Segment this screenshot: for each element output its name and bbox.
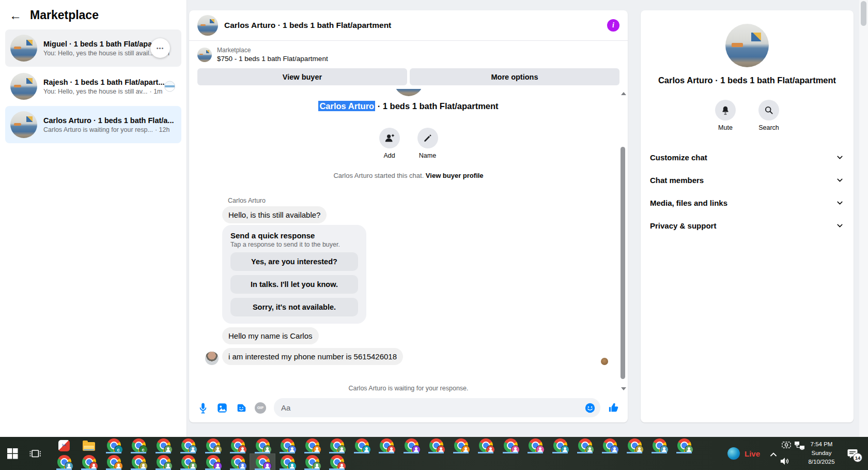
chrome-taskbar-item[interactable] (151, 437, 176, 453)
clock-date: 8/10/2025 (802, 458, 841, 466)
conversation-title: Carlos Arturo · 1 beds 1 bath Flat/a... (43, 116, 176, 125)
chrome-taskbar-item[interactable] (200, 454, 225, 470)
chrome-taskbar-item[interactable] (672, 437, 696, 453)
live-tray-item[interactable]: Live (727, 437, 760, 470)
chrome-taskbar-item[interactable]: c (126, 437, 151, 453)
view-buyer-profile-link[interactable]: View buyer profile (426, 172, 484, 179)
read-receipt-avatar (164, 81, 175, 92)
quick-response-option[interactable]: In talks. I'll let you know. (230, 275, 358, 294)
chrome-taskbar-item[interactable] (622, 437, 647, 453)
quick-response-option[interactable]: Yes, are you interested? (230, 252, 358, 271)
chrome-taskbar-item[interactable] (250, 454, 275, 470)
message-input[interactable] (274, 398, 600, 417)
clock-tray-item[interactable]: 7:54 PM Sunday 8/10/2025 (802, 440, 841, 466)
emoji-icon[interactable] (584, 402, 596, 414)
attach-image-icon[interactable] (216, 402, 228, 414)
add-contact-button[interactable]: Add (379, 128, 400, 159)
details-section-row[interactable]: Customize chat (641, 146, 854, 169)
gif-icon[interactable]: GIF (255, 402, 266, 414)
chrome-taskbar-item[interactable] (225, 454, 250, 470)
chrome-icon (479, 438, 493, 452)
chrome-profile-badge (288, 462, 297, 470)
conversations-sidebar: ← Marketplace Miguel · 1 beds 1 bath Fla… (0, 0, 187, 437)
chrome-taskbar-item[interactable] (300, 454, 324, 470)
chrome-taskbar-item[interactable] (250, 437, 275, 453)
message-scroll-area[interactable]: Carlos Arturo · 1 beds 1 bath Flat/apart… (189, 89, 628, 393)
chevron-down-icon (835, 176, 844, 185)
page-scrollbar[interactable] (859, 0, 868, 437)
search-in-chat-button[interactable]: Search (758, 100, 779, 131)
chrome-profile-badge (437, 445, 445, 454)
chrome-taskbar-item[interactable] (52, 454, 76, 470)
chrome-icon (454, 438, 468, 452)
conversation-text: Rajesh · 1 beds 1 bath Flat/apart... You… (43, 78, 176, 95)
details-section-row[interactable]: Privacy & support (641, 214, 854, 237)
chat-scrollbar[interactable] (620, 92, 626, 390)
chrome-taskbar-item[interactable] (151, 454, 176, 470)
view-buyer-button[interactable]: View buyer (197, 68, 407, 85)
info-icon[interactable]: i (607, 19, 619, 32)
more-options-button[interactable]: More options (410, 68, 619, 85)
scroll-down-arrow[interactable] (621, 387, 626, 390)
notification-center-icon[interactable]: 14 (846, 447, 859, 460)
chrome-taskbar-item[interactable] (225, 437, 250, 453)
chrome-taskbar-item[interactable] (448, 437, 473, 453)
listing-thumbnail (197, 48, 212, 62)
tray-chevron-up-icon[interactable] (769, 450, 778, 460)
task-view-icon[interactable] (29, 447, 41, 460)
chrome-taskbar-item[interactable] (647, 437, 672, 453)
start-button-icon[interactable] (6, 447, 19, 460)
details-panel: Carlos Arturo · 1 beds 1 bath Flat/apart… (641, 10, 854, 422)
chrome-taskbar-item[interactable] (176, 437, 200, 453)
edit-name-button[interactable]: Name (417, 128, 438, 159)
chrome-taskbar-item[interactable] (374, 437, 399, 453)
conversation-item-rajesh[interactable]: Rajesh · 1 beds 1 bath Flat/apart... You… (5, 68, 181, 105)
conversation-menu-button[interactable]: ••• (150, 38, 170, 58)
chrome-taskbar-item[interactable]: c (101, 437, 126, 453)
scrollbar-thumb[interactable] (621, 147, 625, 379)
voice-clip-icon[interactable] (197, 402, 209, 414)
chrome-taskbar-item[interactable] (498, 437, 523, 453)
snipping-tool-taskbar-item[interactable]: ✂ (52, 437, 76, 453)
chrome-profile-badge (139, 462, 148, 470)
details-section-row[interactable]: Chat members (641, 169, 854, 191)
chrome-taskbar-item[interactable] (275, 437, 300, 453)
scroll-up-arrow[interactable] (621, 92, 626, 95)
chrome-taskbar-item[interactable] (101, 454, 126, 470)
chrome-icon (206, 438, 220, 452)
conversation-item-miguel[interactable]: Miguel · 1 beds 1 bath Flat/apa... You: … (5, 29, 181, 67)
chrome-profile-badge (610, 445, 619, 454)
chrome-taskbar-item[interactable] (523, 437, 548, 453)
file-explorer-taskbar-item[interactable] (76, 437, 101, 453)
chrome-taskbar-item[interactable] (349, 437, 374, 453)
thumbs-up-icon[interactable] (608, 402, 619, 414)
chrome-taskbar-item[interactable] (597, 437, 622, 453)
chrome-taskbar-item[interactable] (324, 437, 349, 453)
back-arrow-icon[interactable]: ← (9, 9, 22, 22)
sticker-icon[interactable] (236, 402, 247, 414)
chrome-taskbar-item[interactable] (324, 454, 349, 470)
chrome-taskbar-item[interactable] (473, 437, 498, 453)
chrome-taskbar-item[interactable] (424, 437, 448, 453)
sidebar-header: ← Marketplace (0, 0, 187, 28)
chrome-taskbar-item[interactable] (275, 454, 300, 470)
screen-cast-icon[interactable] (781, 441, 792, 452)
chrome-icon (405, 438, 419, 452)
chrome-taskbar-item[interactable] (176, 454, 200, 470)
chrome-taskbar-item[interactable] (548, 437, 572, 453)
mute-button[interactable]: Mute (715, 100, 736, 131)
chrome-taskbar-item[interactable] (200, 437, 225, 453)
chat-avatar (197, 15, 218, 36)
speaker-icon[interactable] (779, 457, 791, 468)
chrome-taskbar-item[interactable] (399, 437, 424, 453)
chrome-taskbar-item[interactable] (300, 437, 324, 453)
chrome-taskbar-item[interactable] (572, 437, 597, 453)
details-section-row[interactable]: Media, files and links (641, 191, 854, 214)
chrome-taskbar-item[interactable] (76, 454, 101, 470)
chrome-taskbar-item[interactable] (126, 454, 151, 470)
clock-day: Sunday (802, 449, 841, 458)
conversation-item-carlos[interactable]: Carlos Arturo · 1 beds 1 bath Flat/a... … (5, 106, 181, 143)
message-list: Carlos Arturo Hello, is this still avail… (189, 197, 628, 365)
quick-response-option[interactable]: Sorry, it's not available. (230, 298, 358, 316)
page-scrollbar-thumb[interactable] (861, 1, 866, 26)
